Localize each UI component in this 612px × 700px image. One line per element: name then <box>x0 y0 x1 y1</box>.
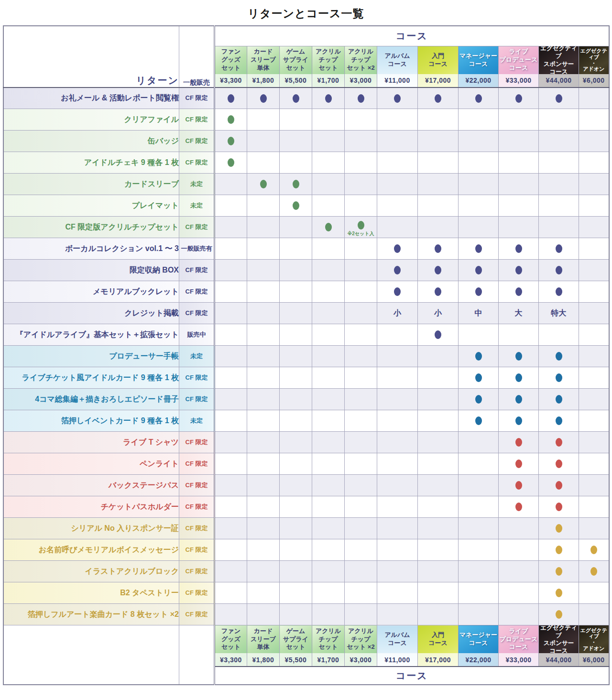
matrix-cell <box>418 453 459 475</box>
returns-courses-infographic: リターンとコース一覧 リターン一般販売コースファン グッズ セット¥3,300カ… <box>0 0 612 700</box>
matrix-cell <box>280 582 312 604</box>
matrix-cell <box>459 131 499 152</box>
included-dot <box>556 567 562 576</box>
matrix-cell <box>312 582 345 604</box>
matrix-cell <box>459 410 499 432</box>
sale-status-badge: CF 限定 <box>179 260 215 281</box>
matrix-cell <box>418 281 459 303</box>
matrix-cell <box>459 475 499 496</box>
matrix-cell <box>345 389 377 410</box>
course-column-header-9: ライブ プロデュース コース¥33,000 <box>499 46 539 88</box>
matrix-cell <box>499 109 539 131</box>
matrix-cell <box>247 260 280 281</box>
return-label: 4コマ総集編＋描きおろしエピソード冊子 <box>3 389 179 410</box>
course-column-header-3: ゲーム サプライ セット¥5,500 <box>280 46 312 88</box>
credit-size-text: 特大 <box>551 309 567 317</box>
matrix-cell <box>280 174 312 195</box>
included-dot <box>475 266 482 274</box>
sale-status-badge: CF 限定 <box>179 453 215 475</box>
credit-size-text: 小 <box>393 309 401 317</box>
return-row: チケットパスホルダーCF 限定 <box>3 496 609 518</box>
matrix-cell <box>247 195 280 217</box>
return-row: ライブ T シャツCF 限定 <box>3 432 609 453</box>
course-name-label: ゲーム サプライ セット <box>280 625 312 653</box>
included-dot <box>394 266 401 274</box>
matrix-cell <box>418 152 459 174</box>
course-column-header-8: マネージャー コース¥22,000 <box>459 46 499 88</box>
matrix-cell <box>539 346 579 367</box>
sale-status-badge: CF 限定 <box>179 561 215 582</box>
matrix-cell <box>345 324 377 346</box>
sale-status-badge: CF 限定 <box>179 475 215 496</box>
matrix-cell <box>499 324 539 346</box>
included-dot <box>293 201 299 210</box>
matrix-cell <box>345 346 377 367</box>
course-column-header-9: ライブ プロデュース コース¥33,000 <box>499 625 539 667</box>
return-row: バックステージパスCF 限定 <box>3 475 609 496</box>
return-label: ペンライト <box>3 453 179 475</box>
credit-size-text: 小 <box>434 309 442 317</box>
course-price-label: ¥3,000 <box>345 653 377 666</box>
included-dot <box>435 266 441 274</box>
return-row: ペンライトCF 限定 <box>3 453 609 475</box>
sale-status-badge: CF 限定 <box>179 131 215 152</box>
included-dot <box>556 395 562 404</box>
matrix-cell <box>579 453 609 475</box>
course-column-header-5: アクリル チップ セット ×2¥3,000 <box>345 625 377 667</box>
matrix-cell <box>312 131 345 152</box>
matrix-cell <box>345 152 377 174</box>
matrix-cell <box>459 561 499 582</box>
matrix-cell <box>579 238 609 260</box>
return-label: 箔押しフルアート楽曲カード 8 枚セット ×2 <box>3 604 179 625</box>
matrix-cell <box>215 410 247 432</box>
matrix-cell <box>377 389 418 410</box>
course-column-header-6: アルバム コース¥11,000 <box>377 46 418 88</box>
matrix-cell <box>499 453 539 475</box>
matrix-cell <box>539 389 579 410</box>
course-price-label: ¥33,000 <box>499 74 538 87</box>
matrix-cell <box>539 174 579 195</box>
matrix-cell <box>418 561 459 582</box>
matrix-cell <box>345 561 377 582</box>
matrix-cell <box>377 260 418 281</box>
matrix-cell <box>280 453 312 475</box>
included-dot <box>556 503 562 511</box>
sale-status-badge: CF 限定 <box>179 539 215 561</box>
return-row: B2 タペストリーCF 限定 <box>3 582 609 604</box>
course-column-header-11: エグゼクティブ ・ アドオン¥6,000 <box>579 46 609 88</box>
included-dot <box>394 94 401 103</box>
course-price-label: ¥44,000 <box>539 74 579 87</box>
course-price-label: ¥22,000 <box>459 74 498 87</box>
return-row: ボーカルコレクション vol.1 〜 3一般販売有 <box>3 238 609 260</box>
sale-status-badge: CF 限定 <box>179 88 215 109</box>
matrix-cell <box>418 174 459 195</box>
matrix-cell <box>247 561 280 582</box>
return-row: アイドルチェキ 9 種各 1 枚CF 限定 <box>3 152 609 174</box>
course-column-header-7: 入門 コース¥17,000 <box>418 46 459 88</box>
matrix-cell <box>579 561 609 582</box>
matrix-cell <box>280 410 312 432</box>
matrix-cell <box>345 539 377 561</box>
matrix-cell <box>312 561 345 582</box>
matrix-cell <box>377 496 418 518</box>
matrix-cell <box>280 539 312 561</box>
matrix-cell <box>247 303 280 324</box>
matrix-cell <box>499 131 539 152</box>
matrix-cell <box>539 582 579 604</box>
matrix-cell <box>312 217 345 238</box>
matrix-cell <box>418 324 459 346</box>
matrix-cell <box>280 475 312 496</box>
matrix-cell <box>377 152 418 174</box>
matrix-cell <box>247 88 280 109</box>
included-dot <box>394 244 401 253</box>
matrix-cell <box>539 324 579 346</box>
matrix-cell <box>247 432 280 453</box>
matrix-cell <box>418 195 459 217</box>
sale-status-badge: CF 限定 <box>179 582 215 604</box>
course-name-label: エグゼクティブ スポンサー コース <box>539 625 579 653</box>
return-row: メモリアルブックレットCF 限定 <box>3 281 609 303</box>
return-row: お礼メール & 活動レポート閲覧権CF 限定 <box>3 88 609 109</box>
matrix-cell <box>539 518 579 539</box>
matrix-cell <box>418 88 459 109</box>
included-dot <box>515 244 522 253</box>
